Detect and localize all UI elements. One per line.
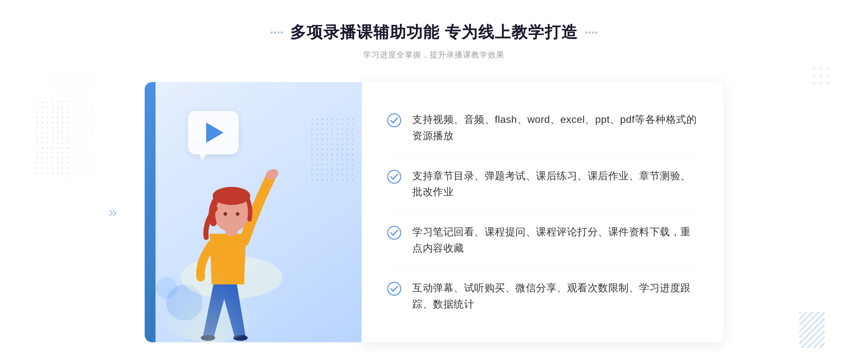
feature-item-2: 支持章节目录、弹题考试、课后练习、课后作业、章节测验、批改作业 (387, 158, 698, 211)
dot-pair-right (585, 31, 591, 34)
svg-point-25 (388, 282, 401, 295)
dot1 (271, 31, 273, 34)
title-row: 多项录播课辅助功能 专为线上教学打造 (271, 22, 597, 43)
svg-point-6 (820, 74, 822, 77)
svg-point-10 (827, 82, 830, 85)
feature-item-4: 互动弹幕、试听购买、微信分享、观看次数限制、学习进度跟踪、数据统计 (387, 270, 698, 323)
check-icon-1 (387, 113, 401, 128)
blue-accent-bar (145, 82, 156, 342)
svg-point-24 (388, 226, 401, 239)
dot-pair-right2 (592, 31, 597, 34)
svg-point-7 (827, 74, 830, 77)
light-effect (156, 270, 264, 342)
feature-item-1: 支持视频、音频、flash、word、excel、ppt、pdf等各种格式的资源… (387, 102, 698, 155)
page-title: 多项录播课辅助功能 专为线上教学打造 (290, 22, 578, 43)
check-icon-4 (387, 282, 401, 296)
svg-point-23 (388, 170, 401, 183)
chevron-left-icon: » (109, 203, 117, 221)
illustration-background (145, 82, 362, 342)
svg-point-5 (812, 74, 815, 77)
svg-rect-12 (311, 118, 354, 183)
svg-rect-27 (799, 312, 825, 348)
svg-point-20 (236, 212, 239, 216)
illustration-dots (311, 118, 354, 185)
right-deco-dots (810, 65, 832, 88)
dot6 (588, 31, 591, 34)
left-deco-dots (36, 101, 69, 175)
dot7 (592, 31, 594, 34)
dot-pair-left (271, 31, 276, 34)
left-decoration (271, 31, 283, 34)
page-subtitle: 学习进度全掌握，提升录播课教学效果 (271, 50, 597, 60)
stripe-decoration (799, 312, 825, 349)
dot3 (277, 31, 280, 34)
right-decoration (585, 31, 597, 34)
svg-point-2 (812, 67, 815, 70)
illustration-panel (145, 82, 362, 342)
svg-point-8 (812, 82, 815, 85)
main-content: » (145, 82, 723, 342)
dot-pair-left2 (277, 31, 283, 34)
svg-point-9 (820, 82, 822, 85)
feature-text-4: 互动弹幕、试听购买、微信分享、观看次数限制、学习进度跟踪、数据统计 (412, 280, 698, 313)
check-icon-3 (387, 226, 401, 240)
svg-point-4 (827, 67, 830, 70)
dot5 (585, 31, 587, 34)
features-panel: 支持视频、音频、flash、word、excel、ppt、pdf等各种格式的资源… (362, 82, 723, 342)
feature-text-3: 学习笔记回看、课程提问、课程评论打分、课件资料下载，重点内容收藏 (412, 224, 698, 257)
dot2 (274, 31, 276, 34)
svg-point-3 (820, 67, 822, 70)
svg-point-19 (224, 212, 227, 216)
dot4 (281, 31, 283, 34)
header-section: 多项录播课辅助功能 专为线上教学打造 学习进度全掌握，提升录播课教学效果 (271, 22, 597, 60)
page-container: 多项录播课辅助功能 专为线上教学打造 学习进度全掌握，提升录播课教学效果 » (0, 0, 868, 352)
dot8 (595, 31, 597, 34)
svg-rect-1 (36, 101, 69, 173)
feature-item-3: 学习笔记回看、课程提问、课程评论打分、课件资料下载，重点内容收藏 (387, 214, 698, 267)
check-icon-2 (387, 169, 401, 184)
feature-text-1: 支持视频、音频、flash、word、excel、ppt、pdf等各种格式的资源… (412, 112, 698, 144)
feature-text-2: 支持章节目录、弹题考试、课后练习、课后作业、章节测验、批改作业 (412, 168, 698, 201)
svg-point-22 (388, 114, 401, 127)
